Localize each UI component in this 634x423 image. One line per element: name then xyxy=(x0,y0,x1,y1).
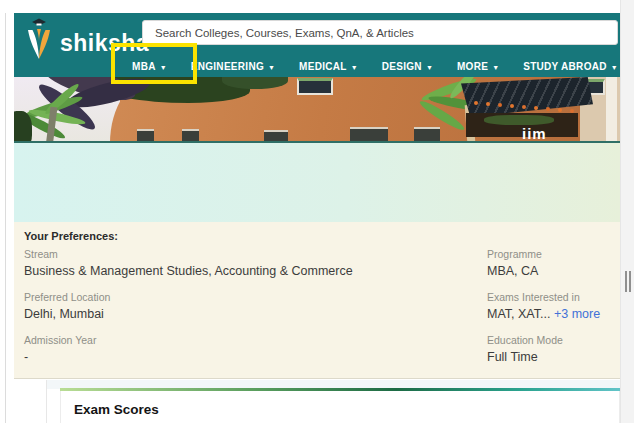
chevron-down-icon: ▼ xyxy=(492,64,499,71)
chevron-down-icon: ▼ xyxy=(351,64,358,71)
main-nav: MBA ▼ ENGINEERING ▼ MEDICAL ▼ DESIGN ▼ M… xyxy=(132,53,618,79)
nav-item-mba[interactable]: MBA ▼ xyxy=(132,61,167,72)
search-bar xyxy=(142,20,618,45)
scrollbar[interactable] xyxy=(620,0,634,423)
building-window xyxy=(297,78,333,95)
shiksha-logo[interactable]: shiksha xyxy=(24,17,149,61)
nav-item-medical[interactable]: MEDICAL ▼ xyxy=(299,61,358,72)
pref-programme: Programme MBA, CA xyxy=(487,248,542,278)
chevron-down-icon: ▼ xyxy=(160,64,167,71)
search-input[interactable] xyxy=(143,21,617,44)
nav-item-design[interactable]: DESIGN ▼ xyxy=(382,61,433,72)
pref-admission-year: Admission Year - xyxy=(24,334,96,364)
pref-preferred-location: Preferred Location Delhi, Mumbai xyxy=(24,291,110,321)
exam-scores-title: Exam Scores xyxy=(74,402,159,417)
pref-exams-interested: Exams Interested in MAT, XAT... +3 more xyxy=(487,291,600,321)
nav-item-more[interactable]: MORE ▼ xyxy=(457,61,499,72)
site-header: shiksha MBA ▼ ENGINEERING ▼ MEDICAL ▼ DE… xyxy=(14,13,620,77)
pref-stream: Stream Business & Management Studies, Ac… xyxy=(24,248,353,278)
nav-item-study-abroad[interactable]: STUDY ABROAD ▼ xyxy=(523,61,618,72)
lantern-decorations xyxy=(474,101,478,105)
building-sign: iim xyxy=(522,125,547,142)
chevron-down-icon: ▼ xyxy=(611,64,618,71)
preferences-panel: Your Preferences: Stream Business & Mana… xyxy=(14,222,620,379)
exam-scores-card: Exam Scores xyxy=(60,391,620,423)
pref-education-mode: Education Mode Full Time xyxy=(487,334,563,364)
chevron-down-icon: ▼ xyxy=(268,64,275,71)
scrollbar-thumb[interactable] xyxy=(625,271,627,292)
nav-item-engineering[interactable]: ENGINEERING ▼ xyxy=(191,61,276,72)
chevron-down-icon: ▼ xyxy=(426,64,433,71)
campus-hero-image: iim xyxy=(14,77,620,143)
preferences-title: Your Preferences: xyxy=(24,230,118,242)
page: shiksha MBA ▼ ENGINEERING ▼ MEDICAL ▼ DE… xyxy=(0,0,634,423)
banner-band xyxy=(14,143,620,222)
page-left-edge xyxy=(5,13,6,423)
shiksha-bird-icon xyxy=(24,17,54,61)
scrollbar-thumb[interactable] xyxy=(629,271,631,292)
exams-more-link[interactable]: +3 more xyxy=(554,307,600,321)
